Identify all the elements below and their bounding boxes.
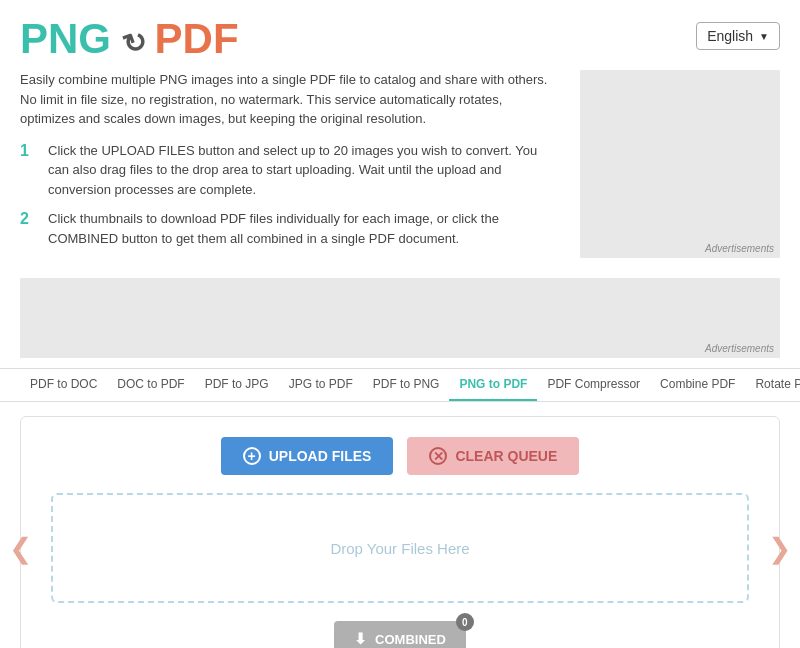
step-1: 1 Click the UPLOAD FILES button and sele… bbox=[20, 141, 560, 200]
drop-zone[interactable]: Drop Your Files Here bbox=[51, 493, 749, 603]
combined-button[interactable]: ⬇ COMBINED 0 bbox=[334, 621, 466, 648]
upload-plus-icon: + bbox=[243, 447, 261, 465]
combined-row: ⬇ COMBINED 0 bbox=[41, 621, 759, 648]
arrow-left-icon[interactable]: ❮ bbox=[9, 532, 32, 565]
combined-badge: 0 bbox=[456, 613, 474, 631]
banner-ad: Advertisements bbox=[20, 278, 780, 358]
intro-text: Easily combine multiple PNG images into … bbox=[20, 70, 560, 129]
main-content: Easily combine multiple PNG images into … bbox=[0, 70, 800, 268]
banner-ad-label: Advertisements bbox=[705, 343, 774, 354]
upload-files-button[interactable]: + UPLOAD FILES bbox=[221, 437, 394, 475]
tool-nav-doc-to-pdf[interactable]: DOC to PDF bbox=[107, 369, 194, 401]
language-label: English bbox=[707, 28, 753, 44]
language-selector[interactable]: English ▼ bbox=[696, 22, 780, 50]
side-ad-label: Advertisements bbox=[705, 243, 774, 254]
download-icon: ⬇ bbox=[354, 630, 367, 648]
step-1-text: Click the UPLOAD FILES button and select… bbox=[48, 141, 560, 200]
drop-zone-text: Drop Your Files Here bbox=[330, 540, 469, 557]
tool-nav-pdf-to-png[interactable]: PDF to PNG bbox=[363, 369, 450, 401]
side-ad-box: Advertisements bbox=[580, 70, 780, 258]
tool-nav-pdf-to-jpg[interactable]: PDF to JPG bbox=[195, 369, 279, 401]
header: PNG ↻ PDF English ▼ bbox=[0, 0, 800, 70]
arrow-right-icon[interactable]: ❯ bbox=[768, 532, 791, 565]
tool-nav: PDF to DOC DOC to PDF PDF to JPG JPG to … bbox=[0, 368, 800, 402]
tool-nav-jpg-to-pdf[interactable]: JPG to PDF bbox=[279, 369, 363, 401]
tool-nav-png-to-pdf[interactable]: PNG to PDF bbox=[449, 369, 537, 401]
description-section: Easily combine multiple PNG images into … bbox=[20, 70, 560, 258]
drop-area-wrapper: ❮ Drop Your Files Here ❯ bbox=[41, 493, 759, 603]
logo-pdf: PDF bbox=[155, 15, 239, 62]
chevron-down-icon: ▼ bbox=[759, 31, 769, 42]
logo-to: ↻ bbox=[123, 24, 155, 60]
step-1-number: 1 bbox=[20, 142, 36, 160]
tool-nav-pdf-to-doc[interactable]: PDF to DOC bbox=[20, 369, 107, 401]
upload-button-label: UPLOAD FILES bbox=[269, 448, 372, 464]
upload-container: + UPLOAD FILES ✕ CLEAR QUEUE ❮ Drop Your… bbox=[20, 416, 780, 648]
logo: PNG ↻ PDF bbox=[20, 18, 239, 60]
clear-button-label: CLEAR QUEUE bbox=[455, 448, 557, 464]
combined-button-label: COMBINED bbox=[375, 632, 446, 647]
steps-list: 1 Click the UPLOAD FILES button and sele… bbox=[20, 141, 560, 249]
clear-x-icon: ✕ bbox=[429, 447, 447, 465]
tool-nav-combine-pdf[interactable]: Combine PDF bbox=[650, 369, 745, 401]
logo-png: PNG bbox=[20, 15, 111, 62]
step-2-text: Click thumbnails to download PDF files i… bbox=[48, 209, 560, 248]
tool-nav-pdf-compressor[interactable]: PDF Compressor bbox=[537, 369, 650, 401]
clear-queue-button[interactable]: ✕ CLEAR QUEUE bbox=[407, 437, 579, 475]
upload-buttons-row: + UPLOAD FILES ✕ CLEAR QUEUE bbox=[41, 437, 759, 475]
step-2: 2 Click thumbnails to download PDF files… bbox=[20, 209, 560, 248]
tool-nav-rotate-pdf[interactable]: Rotate PDF bbox=[745, 369, 800, 401]
step-2-number: 2 bbox=[20, 210, 36, 228]
